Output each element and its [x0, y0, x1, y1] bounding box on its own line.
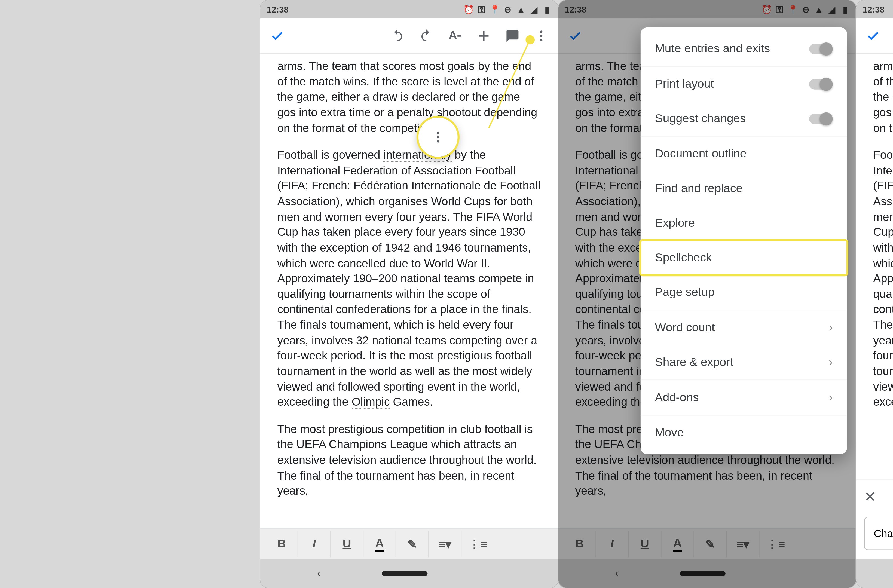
svg-point-5 [437, 140, 439, 143]
bold-button[interactable]: B [265, 531, 298, 557]
callout-origin-dot [525, 35, 535, 45]
status-bar: 12:38 ⏰ ⚿ 📍 ⊖ ▲ ◢ ▮ [558, 0, 856, 18]
toggle-switch-icon[interactable] [809, 113, 833, 123]
signal-icon: ◢ [827, 5, 837, 14]
comment-icon[interactable] [499, 23, 525, 49]
wifi-icon: ▲ [516, 5, 526, 14]
insert-icon[interactable] [471, 23, 497, 49]
status-time: 12:38 [267, 5, 289, 14]
svg-point-3 [437, 132, 439, 134]
back-icon[interactable]: ‹ [317, 568, 320, 580]
spelling-error-olimpic[interactable]: Olimpic [352, 395, 390, 409]
battery-icon: ▮ [840, 5, 850, 14]
menu-mute-entries[interactable]: Mute entries and exits [640, 31, 847, 67]
chevron-right-icon: › [829, 391, 833, 404]
alarm-icon: ⏰ [464, 5, 474, 14]
system-nav-bar: ‹ [260, 559, 558, 588]
chevron-right-icon: › [829, 321, 833, 334]
underline-button[interactable]: U [629, 531, 661, 557]
menu-share-export[interactable]: Share & export› [640, 345, 847, 380]
text-format-icon[interactable]: A≡ [442, 23, 468, 49]
close-icon[interactable]: ✕ [864, 489, 876, 505]
overflow-menu: Mute entries and exits Print layout Sugg… [640, 27, 847, 454]
menu-addons[interactable]: Add-ons› [640, 380, 847, 416]
svg-point-4 [437, 136, 439, 138]
callout-more-menu-highlight [418, 117, 458, 157]
battery-icon: ▮ [543, 5, 552, 14]
svg-point-1 [540, 34, 543, 37]
underline-button[interactable]: U [331, 531, 364, 557]
system-nav-bar: ‹ [856, 559, 893, 588]
toggle-switch-icon[interactable] [809, 79, 833, 89]
highlight-button[interactable]: ✎ [694, 531, 727, 557]
done-checkmark-icon[interactable] [860, 23, 886, 49]
paragraph-2[interactable]: Football is governed internationaly by t… [277, 148, 541, 410]
status-time: 12:38 [863, 5, 885, 14]
screen-3-spellcheck: 12:38 ⏰ ⚿ 📍 ⊖ ▲ ◢ ▮ A≡ arms. The team th… [856, 0, 893, 588]
highlight-button[interactable]: ✎ [396, 531, 429, 557]
paragraph-2[interactable]: Football is governed internationaly by t… [873, 148, 893, 410]
editor-toolbar: A≡ [856, 18, 893, 54]
menu-move[interactable]: Move [640, 415, 847, 450]
menu-page-setup[interactable]: Page setup [640, 275, 847, 310]
vpn-key-icon: ⚿ [775, 5, 784, 14]
done-checkmark-icon[interactable] [562, 23, 588, 49]
align-button[interactable]: ≡▾ [727, 531, 759, 557]
menu-word-count[interactable]: Word count› [640, 310, 847, 345]
menu-spellcheck[interactable]: Spellcheck [640, 241, 847, 275]
menu-print-layout[interactable]: Print layout [640, 67, 847, 101]
paragraph-1[interactable]: arms. The team that scores most goals by… [277, 59, 541, 136]
home-pill[interactable] [382, 571, 427, 576]
document-body[interactable]: arms. The team that scores most goals by… [260, 54, 558, 528]
dnd-icon: ⊖ [801, 5, 810, 14]
spellcheck-panel: ✕ Change Ignore ⋮ Change internationaly … [856, 480, 893, 559]
italic-button[interactable]: I [298, 531, 331, 557]
editor-toolbar: A≡ [260, 18, 558, 54]
italic-button[interactable]: I [596, 531, 629, 557]
menu-document-outline[interactable]: Document outline [640, 137, 847, 171]
paragraph-1[interactable]: arms. The team that scores most goals by… [873, 59, 893, 136]
text-color-button[interactable]: A [364, 531, 396, 557]
svg-point-2 [540, 39, 543, 41]
status-bar: 12:38 ⏰ ⚿ 📍 ⊖ ▲ ◢ ▮ [260, 0, 558, 18]
format-bar: B I U A ✎ ≡▾ ⋮≡ [558, 528, 856, 559]
list-button[interactable]: ⋮≡ [759, 531, 792, 557]
bold-button[interactable]: B [564, 531, 596, 557]
screen-1-editor: 12:38 ⏰ ⚿ 📍 ⊖ ▲ ◢ ▮ A≡ arms. The team th… [260, 0, 558, 588]
vpn-key-icon: ⚿ [477, 5, 487, 14]
screen-2-overflow-menu: 12:38 ⏰ ⚿ 📍 ⊖ ▲ ◢ ▮ ↶ ↷ A≡ ＋ ▭ ⋮ arms. T… [558, 0, 856, 588]
document-body[interactable]: arms. The team that scores most goals by… [856, 54, 893, 480]
toggle-switch-icon[interactable] [809, 44, 833, 54]
undo-icon[interactable] [385, 23, 410, 49]
paragraph-3[interactable]: The most prestigious competition in club… [277, 422, 541, 499]
dnd-icon: ⊖ [504, 5, 513, 14]
signal-icon: ◢ [529, 5, 539, 14]
menu-find-replace[interactable]: Find and replace [640, 171, 847, 206]
alarm-icon: ⏰ [762, 5, 771, 14]
back-icon[interactable]: ‹ [615, 568, 619, 580]
status-bar: 12:38 ⏰ ⚿ 📍 ⊖ ▲ ◢ ▮ [856, 0, 893, 18]
align-button[interactable]: ≡▾ [429, 531, 462, 557]
location-icon: 📍 [788, 5, 797, 14]
location-icon: 📍 [490, 5, 499, 14]
format-bar: B I U A ✎ ≡▾ ⋮≡ [260, 528, 558, 559]
wifi-icon: ▲ [814, 5, 824, 14]
list-button[interactable]: ⋮≡ [462, 531, 494, 557]
suggestion-legend: Change internationaly to [874, 528, 893, 539]
status-time: 12:38 [565, 5, 586, 14]
suggestion-dropdown[interactable]: Change internationaly to internationally… [864, 517, 893, 550]
redo-icon[interactable] [413, 23, 439, 49]
menu-suggest-changes[interactable]: Suggest changes [640, 101, 847, 137]
chevron-right-icon: › [829, 355, 833, 369]
system-nav-bar: ‹ [558, 559, 856, 588]
home-pill[interactable] [680, 571, 725, 576]
done-checkmark-icon[interactable] [264, 23, 290, 49]
svg-point-0 [540, 30, 543, 33]
text-color-button[interactable]: A [661, 531, 694, 557]
menu-explore[interactable]: Explore [640, 206, 847, 241]
